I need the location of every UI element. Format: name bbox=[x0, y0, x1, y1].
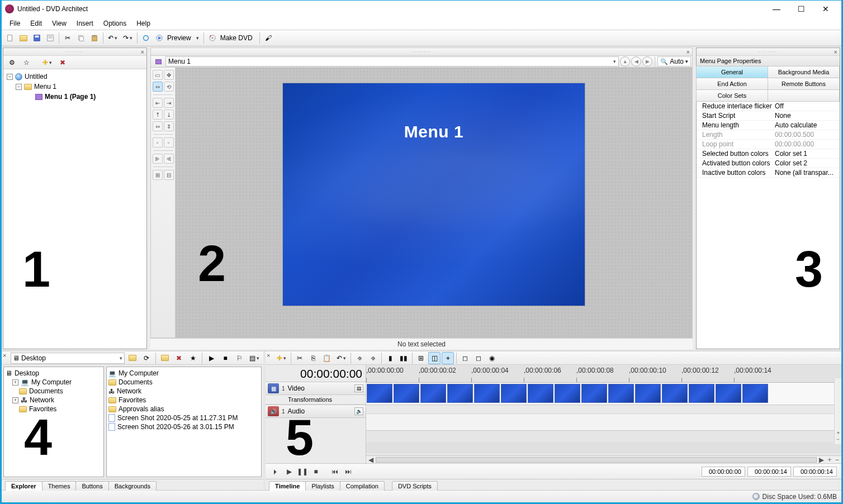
track-transformations-header[interactable]: Transformations bbox=[266, 395, 366, 405]
list-item[interactable]: Documents bbox=[108, 378, 259, 387]
tl-add-button[interactable] bbox=[274, 352, 288, 364]
space-h-button[interactable]: ⫸ bbox=[153, 154, 163, 164]
next-frame-button[interactable]: ⏭ bbox=[343, 467, 354, 477]
property-row[interactable]: Activated button colorsColor set 2 bbox=[697, 159, 840, 168]
align-left-button[interactable]: ⇤ bbox=[153, 98, 163, 108]
tab-timeline[interactable]: Timeline bbox=[269, 481, 306, 491]
same-height-button[interactable]: ▫ bbox=[164, 137, 174, 148]
auto-preview-button[interactable]: ⚐ bbox=[233, 352, 245, 364]
video-thumbnail[interactable] bbox=[635, 384, 661, 403]
timeline-ruler[interactable]: ,00:00:00:00,00:00:00:02,00:00:00:04,00:… bbox=[366, 365, 841, 383]
tl-cut-button[interactable]: ✂ bbox=[293, 352, 306, 364]
menu-insert[interactable]: Insert bbox=[72, 18, 98, 28]
video-thumbnail[interactable] bbox=[447, 384, 473, 403]
video-thumbnail[interactable] bbox=[420, 384, 446, 403]
add-item-button[interactable] bbox=[40, 56, 54, 69]
track-audio-mute-button[interactable]: 🔈 bbox=[354, 407, 363, 415]
tab-buttons[interactable]: Buttons bbox=[75, 481, 108, 491]
select-tool[interactable]: ▭ bbox=[153, 70, 163, 80]
minimize-button[interactable]: — bbox=[764, 1, 789, 17]
properties-button[interactable] bbox=[44, 32, 56, 44]
tl-undo-button[interactable]: ↶ bbox=[334, 352, 348, 364]
list-item[interactable]: Approvals alias bbox=[108, 405, 259, 413]
tab-explorer[interactable]: Explorer bbox=[5, 481, 42, 491]
nav-up-button[interactable]: ▲ bbox=[620, 56, 630, 66]
zoom-control[interactable]: 🔍 Auto ▾ bbox=[657, 56, 691, 66]
property-row[interactable]: Inactive button colorsNone (all transpar… bbox=[697, 168, 840, 178]
tab-compilation[interactable]: Compilation bbox=[340, 481, 385, 491]
tl-btn-a[interactable]: ◻ bbox=[459, 352, 471, 364]
play-from-start-button[interactable]: ⏵ bbox=[270, 467, 281, 477]
tab-color-sets[interactable]: Color Sets bbox=[696, 89, 768, 102]
center-v-button[interactable]: ⇕ bbox=[164, 121, 174, 131]
brush-button[interactable]: 🖌 bbox=[262, 32, 274, 44]
props-grip[interactable]: ∙∙∙∙∙∙∙∙× bbox=[697, 48, 840, 56]
editor-grip[interactable]: ∙∙∙∙∙∙∙∙× bbox=[150, 47, 693, 55]
close-button[interactable]: ✕ bbox=[813, 1, 838, 17]
list-item[interactable]: Favorites bbox=[108, 396, 259, 405]
play-file-button[interactable]: ▶ bbox=[205, 352, 217, 364]
center-h-button[interactable]: ⇔ bbox=[153, 121, 163, 131]
breadcrumb[interactable]: Menu 1▾ bbox=[165, 56, 619, 66]
star-button[interactable]: ☆ bbox=[20, 56, 32, 69]
tl-marker-out-button[interactable]: ⎆ bbox=[367, 352, 379, 364]
favorite-button[interactable]: ★ bbox=[187, 352, 199, 364]
list-item[interactable]: Screen Shot 2020-05-26 at 3.01.15 PM bbox=[108, 422, 259, 431]
space-v-button[interactable]: ⫷ bbox=[164, 154, 174, 164]
tab-playlists[interactable]: Playlists bbox=[305, 481, 340, 491]
tl-chapter-button[interactable]: ▮ bbox=[384, 352, 396, 364]
adjust-v-button[interactable]: ⊟ bbox=[164, 170, 174, 180]
video-thumbnail[interactable] bbox=[528, 384, 553, 403]
editor-close-icon[interactable]: × bbox=[686, 49, 690, 55]
tl-quantize-button[interactable]: ◫ bbox=[428, 352, 441, 364]
list-item[interactable]: 💻My Computer bbox=[108, 369, 259, 378]
undo-button[interactable]: ↶ bbox=[106, 32, 120, 44]
align-top-button[interactable]: ⤒ bbox=[153, 110, 163, 120]
property-row[interactable]: Loop point00:00:00.000 bbox=[697, 140, 840, 149]
link-tool[interactable]: ⟲ bbox=[164, 82, 174, 92]
menu-help[interactable]: Help bbox=[132, 18, 155, 28]
timecode-start[interactable]: 00:00:00:00 bbox=[702, 467, 745, 477]
video-thumbnail[interactable] bbox=[555, 384, 580, 403]
delete-item-button[interactable]: ✖ bbox=[56, 56, 69, 69]
tl-btn-c[interactable]: ◉ bbox=[486, 352, 498, 364]
explorer-list[interactable]: 💻My ComputerDocuments🖧NetworkFavoritesAp… bbox=[106, 367, 262, 477]
video-lane[interactable] bbox=[366, 383, 841, 405]
video-thumbnail[interactable] bbox=[394, 384, 419, 403]
timeline-hscroll[interactable]: ◀▶＋− bbox=[366, 455, 841, 463]
video-thumbnail[interactable] bbox=[608, 384, 634, 403]
view-mode-button[interactable]: ▤ bbox=[247, 352, 262, 364]
nav-back-button[interactable]: ◀ bbox=[631, 56, 641, 66]
play-button[interactable]: ▶ bbox=[283, 467, 295, 477]
property-row[interactable]: Menu lengthAuto calculate bbox=[697, 121, 840, 130]
navigate-tool[interactable]: ⇔ bbox=[153, 82, 163, 92]
property-row[interactable]: Reduce interlace flickerOff bbox=[697, 102, 840, 111]
tab-general[interactable]: General bbox=[696, 66, 768, 78]
video-thumbnail[interactable] bbox=[689, 384, 714, 403]
menu-edit[interactable]: Edit bbox=[26, 18, 46, 28]
video-thumbnail[interactable] bbox=[474, 384, 500, 403]
property-row[interactable]: Start ScriptNone bbox=[697, 111, 840, 121]
panel-grip[interactable]: ∙∙∙∙∙∙∙∙× bbox=[3, 48, 146, 56]
tl-snap-button[interactable]: ⊞ bbox=[415, 352, 427, 364]
stop-button[interactable]: ■ bbox=[310, 467, 321, 477]
new-folder-button[interactable] bbox=[159, 352, 171, 364]
cut-button[interactable]: ✂ bbox=[61, 32, 74, 44]
refresh-button[interactable]: ⟳ bbox=[140, 352, 153, 364]
explorer-tree[interactable]: 🖥Desktop +💻My Computer Documents +🖧Netwo… bbox=[3, 367, 104, 477]
video-thumbnail[interactable] bbox=[662, 384, 688, 403]
up-folder-button[interactable] bbox=[126, 352, 139, 364]
list-item[interactable]: 🖧Network bbox=[108, 387, 259, 396]
nav-fwd-button[interactable]: ▶ bbox=[642, 56, 652, 66]
tl-btn-b[interactable]: ◻ bbox=[472, 352, 485, 364]
crosshair-tool[interactable]: ✥ bbox=[164, 70, 174, 80]
video-thumbnail[interactable] bbox=[367, 384, 392, 403]
property-row[interactable]: Length00:00:00.500 bbox=[697, 130, 840, 140]
pause-button[interactable]: ❚❚ bbox=[297, 467, 308, 477]
redo-button[interactable]: ↷ bbox=[121, 32, 135, 44]
menu-slide[interactable]: Menu 1 bbox=[283, 83, 585, 306]
adjust-h-button[interactable]: ⊞ bbox=[153, 170, 163, 180]
video-thumbnail[interactable] bbox=[501, 384, 527, 403]
tab-themes[interactable]: Themes bbox=[42, 481, 77, 491]
enable-snapping-button[interactable] bbox=[140, 32, 152, 44]
